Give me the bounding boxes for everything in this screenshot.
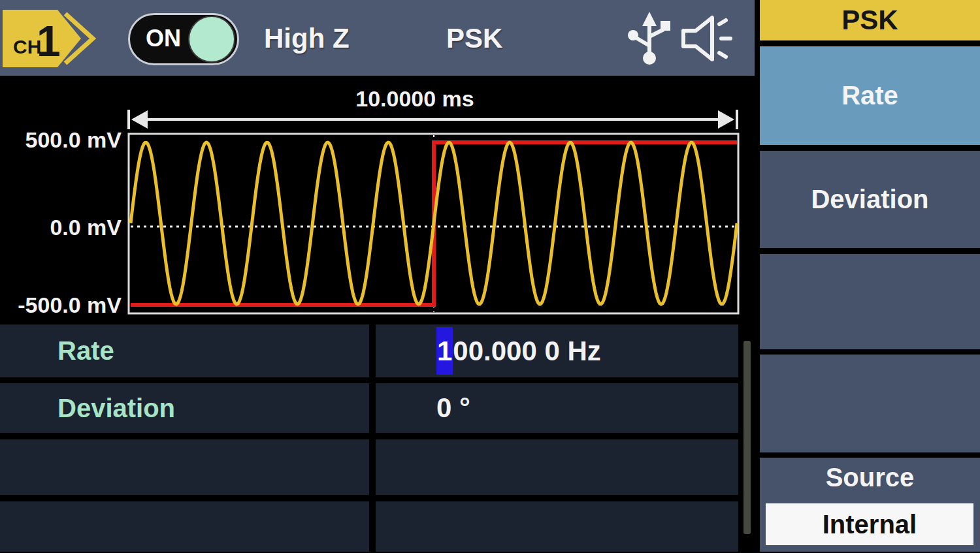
- usb-icon: [624, 10, 675, 67]
- param-label-cell-empty: [0, 439, 369, 495]
- edit-cursor-digit: 1: [436, 327, 453, 375]
- param-value-cell-rate[interactable]: 100.000 0 Hz: [376, 324, 738, 377]
- param-value: 0 °: [376, 392, 470, 424]
- y-axis-label-top: 500.0 mV: [0, 127, 122, 153]
- param-label-cell-empty: [0, 501, 369, 552]
- table-scrollbar[interactable]: [743, 341, 751, 534]
- y-axis-label-mid: 0.0 mV: [0, 214, 122, 240]
- sidebar-item-label: Rate: [841, 81, 898, 110]
- param-value-cell-deviation[interactable]: 0 °: [376, 383, 738, 433]
- sidebar-item-blank-2: [760, 355, 980, 452]
- output-on-toggle[interactable]: ON: [128, 13, 239, 65]
- sidebar-item-rate[interactable]: Rate: [760, 46, 980, 145]
- speaker-icon: [678, 14, 736, 63]
- param-value-cell-empty: [376, 439, 738, 495]
- sidebar-item-blank-1: [760, 254, 980, 349]
- param-value-cell-empty: [376, 501, 738, 552]
- period-measure-arrow: [129, 110, 737, 129]
- channel-badge[interactable]: CH 1: [3, 8, 102, 69]
- sidebar-item-deviation[interactable]: Deviation: [760, 151, 980, 248]
- param-value-text: 00.000 0 Hz: [453, 336, 601, 366]
- param-value-text: 0 °: [436, 392, 470, 423]
- sidebar-item-source[interactable]: Source Internal: [760, 458, 980, 552]
- toggle-knob: [188, 16, 235, 63]
- param-value: 100.000 0 Hz: [376, 336, 601, 367]
- y-axis-label-bottom: -500.0 mV: [0, 292, 122, 318]
- source-label: Source: [826, 463, 915, 492]
- param-label: Deviation: [0, 394, 175, 423]
- sidebar-item-label: Deviation: [811, 185, 928, 214]
- waveform-preview-panel: [0, 76, 755, 320]
- impedance-status: High Z: [264, 24, 350, 54]
- signal-generator-screen: CH 1 ON High Z PSK: [0, 0, 980, 553]
- sidebar-title-psk: PSK: [760, 0, 980, 40]
- top-status-bar: CH 1 ON High Z PSK: [0, 0, 755, 76]
- param-label: Rate: [0, 336, 114, 366]
- source-value-badge[interactable]: Internal: [766, 503, 973, 545]
- toggle-on-label: ON: [146, 25, 181, 52]
- param-label-cell-deviation[interactable]: Deviation: [0, 383, 369, 433]
- param-label-cell-rate[interactable]: Rate: [0, 324, 369, 377]
- waveform-chart: [0, 76, 755, 320]
- modulation-mode-status: PSK: [446, 24, 502, 54]
- channel-number-label: 1: [37, 17, 61, 65]
- period-label: 10.0000 ms: [274, 86, 555, 112]
